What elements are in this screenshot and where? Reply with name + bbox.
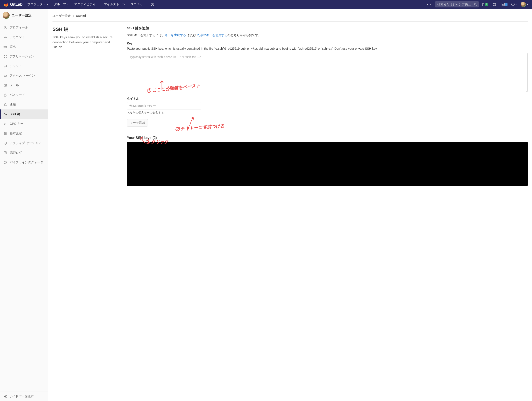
- content-row: SSH 鍵 SSH keys allow you to establish a …: [52, 26, 528, 186]
- sidebar-item-notifications[interactable]: 通知: [0, 100, 48, 110]
- sidebar-item-label: パスワード: [10, 93, 25, 97]
- nav-projects[interactable]: プロジェクト▼: [25, 1, 51, 7]
- billing-icon: [4, 45, 7, 49]
- key-icon: [4, 122, 7, 126]
- sidebar-item-gpg-keys[interactable]: GPG キー: [0, 119, 48, 129]
- page-title: SSH 鍵: [52, 26, 118, 32]
- log-icon: [4, 151, 7, 155]
- key-help: Paste your public SSH key, which is usua…: [127, 46, 528, 51]
- gauge-icon: [151, 3, 154, 6]
- nav-user-menu[interactable]: ▼: [521, 1, 528, 8]
- svg-rect-17: [4, 57, 5, 58]
- sidebar-item-label: 認証ログ: [10, 151, 22, 155]
- bell-icon: [4, 103, 7, 106]
- sidebar-item-billing[interactable]: 請求: [0, 42, 48, 52]
- svg-point-30: [5, 134, 5, 135]
- sidebar-item-sessions[interactable]: アクティブ セッション: [0, 138, 48, 148]
- token-icon: [4, 74, 7, 78]
- svg-point-23: [6, 76, 6, 76]
- sidebar-item-ssh-keys[interactable]: SSH 鍵: [0, 110, 48, 119]
- add-key-button[interactable]: キーを追加: [127, 119, 148, 127]
- sidebar-list: プロフィール アカウント 請求 アプリケーション チャット アクセス トークン …: [0, 22, 48, 392]
- nav-perf-icon[interactable]: [149, 1, 156, 8]
- sidebar-item-access-tokens[interactable]: アクセス トークン: [0, 71, 48, 81]
- sidebar-item-label: 基本設定: [10, 132, 22, 136]
- sidebar-item-label: 通知: [10, 103, 16, 107]
- mr-icon: [493, 3, 497, 6]
- plus-icon: [426, 3, 429, 6]
- title-input[interactable]: [127, 102, 201, 110]
- nav-milestones[interactable]: マイルストーン: [102, 1, 127, 7]
- sidebar-item-profile[interactable]: プロフィール: [0, 23, 48, 32]
- svg-point-7: [495, 5, 496, 6]
- breadcrumb-root[interactable]: ユーザー設定: [52, 14, 71, 18]
- nav-help[interactable]: ? ▼: [511, 1, 518, 8]
- sidebar-item-label: チャット: [10, 64, 22, 68]
- your-keys-heading: Your SSH keys (2): [127, 136, 528, 140]
- sidebar-item-password[interactable]: パスワード: [0, 90, 48, 100]
- sidebar-item-chat[interactable]: チャット: [0, 61, 48, 71]
- sidebar-header: ユーザー設定: [0, 9, 48, 22]
- sidebar-item-applications[interactable]: アプリケーション: [0, 52, 48, 61]
- nav-activity[interactable]: アクティビティー: [72, 1, 101, 7]
- sidebar-item-label: プロフィール: [10, 26, 28, 30]
- svg-rect-15: [4, 55, 5, 56]
- key-icon: [4, 112, 7, 116]
- svg-point-28: [4, 132, 5, 133]
- chevron-down-icon: ▼: [515, 4, 517, 6]
- issues-icon: [482, 3, 485, 6]
- sidebar-item-label: パイプラインのクォータ: [10, 161, 43, 164]
- add-help-mid: または: [186, 33, 197, 37]
- top-navbar: GitLab プロジェクト▼ グループ▼ アクティビティー マイルストーン スニ…: [0, 0, 532, 9]
- nav-merge-requests[interactable]: [491, 1, 498, 8]
- issues-badge: 1: [485, 3, 488, 6]
- add-key-help: SSH キーを追加するには、キーを生成する または 既存のキーを使用するのどちら…: [127, 33, 528, 38]
- nav-milestones-label: マイルストーン: [104, 2, 125, 6]
- nav-projects-label: プロジェクト: [27, 2, 46, 6]
- nav-groups[interactable]: グループ▼: [52, 1, 71, 7]
- svg-rect-4: [483, 3, 484, 4]
- svg-rect-24: [4, 84, 6, 86]
- ssh-keys-list-redacted: [127, 142, 528, 186]
- key-textarea[interactable]: [127, 53, 528, 92]
- svg-point-12: [4, 36, 5, 37]
- key-label: Key: [127, 42, 528, 45]
- nav-snippets[interactable]: スニペット: [128, 1, 148, 7]
- nav-plus-button[interactable]: ▼: [425, 1, 432, 8]
- section-divider: [127, 132, 528, 132]
- right-column: SSH 鍵を追加 SSH キーを追加するには、キーを生成する または 既存のキー…: [127, 26, 528, 186]
- nav-groups-label: グループ: [54, 2, 66, 6]
- sidebar-item-auth-log[interactable]: 認証ログ: [0, 148, 48, 158]
- search-icon: [474, 3, 477, 6]
- sidebar-collapse-button[interactable]: サイドバーを隠す: [0, 392, 48, 401]
- link-existing-key[interactable]: 既存のキーを使用する: [197, 33, 228, 37]
- sidebar-item-pipeline-quota[interactable]: パイプラインのクォータ: [0, 158, 48, 167]
- chevron-down-icon: ▼: [47, 3, 49, 6]
- add-help-suffix: のどちらかが必要です。: [228, 33, 261, 37]
- nav-right: ▼ 1 1 ? ▼ ▼: [425, 1, 528, 8]
- left-column: SSH 鍵 SSH keys allow you to establish a …: [52, 26, 118, 186]
- todo-icon: [501, 3, 505, 6]
- sidebar-item-label: アカウント: [10, 35, 25, 39]
- nav-activity-label: アクティビティー: [74, 2, 99, 6]
- svg-point-21: [4, 76, 5, 76]
- nav-todos[interactable]: 1: [501, 1, 508, 8]
- mail-icon: [4, 84, 7, 87]
- sidebar-item-label: 請求: [10, 45, 16, 49]
- sidebar-item-emails[interactable]: メール: [0, 81, 48, 90]
- svg-point-2: [475, 3, 476, 5]
- svg-point-26: [4, 114, 5, 115]
- sidebar-item-account[interactable]: アカウント: [0, 32, 48, 42]
- sidebar-item-preferences[interactable]: 基本設定: [0, 129, 48, 138]
- nav-links: プロジェクト▼ グループ▼ アクティビティー マイルストーン スニペット: [25, 1, 156, 8]
- sidebar-avatar: [3, 12, 10, 19]
- add-key-heading: SSH 鍵を追加: [127, 26, 528, 31]
- nav-issues[interactable]: 1: [482, 1, 488, 8]
- brand[interactable]: GitLab: [4, 2, 23, 7]
- lock-icon: [4, 93, 7, 97]
- svg-point-5: [494, 3, 494, 4]
- search-input[interactable]: [435, 1, 479, 7]
- svg-text:?: ?: [512, 3, 514, 6]
- svg-rect-18: [6, 57, 6, 58]
- link-generate-key[interactable]: キーを生成する: [165, 33, 186, 37]
